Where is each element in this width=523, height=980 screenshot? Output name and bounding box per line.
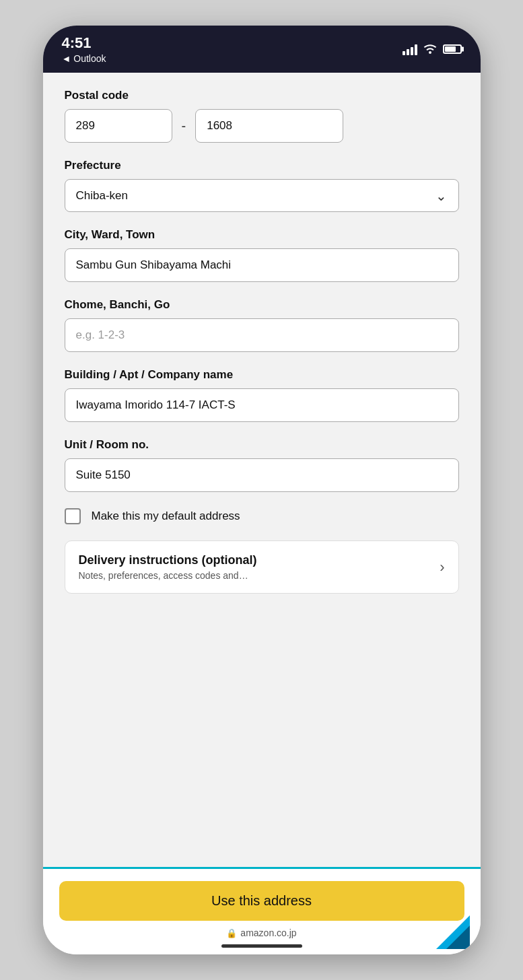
phone-frame: 4:51 ◄ Outlook Postal code — [43, 26, 481, 954]
postal-separator: - — [182, 118, 186, 134]
url-bar: 🔒 amazon.co.jp — [226, 928, 296, 938]
chevron-right-icon: › — [440, 559, 444, 576]
prefecture-group: Prefecture Chiba-ken Tokyo-to Kanagawa-k… — [65, 159, 459, 212]
building-input[interactable] — [65, 388, 459, 422]
lock-icon: 🔒 — [226, 928, 237, 938]
wifi-icon — [423, 42, 438, 57]
building-group: Building / Apt / Company name — [65, 368, 459, 422]
delivery-card-subtitle: Notes, preferences, access codes and… — [79, 570, 432, 581]
chome-label: Chome, Banchi, Go — [65, 298, 459, 312]
prefecture-select[interactable]: Chiba-ken Tokyo-to Kanagawa-ken Saitama-… — [65, 179, 459, 212]
unit-input[interactable] — [65, 458, 459, 492]
url-text: amazon.co.jp — [240, 928, 296, 938]
signal-bar-1 — [403, 51, 405, 55]
postal-row: - — [65, 109, 459, 143]
home-indicator — [221, 944, 302, 948]
bottom-bar: Use this address 🔒 amazon.co.jp — [43, 867, 481, 954]
status-bar: 4:51 ◄ Outlook — [43, 26, 481, 73]
chome-input[interactable] — [65, 318, 459, 352]
postal-code-input-1[interactable] — [65, 109, 172, 143]
delivery-instructions-card[interactable]: Delivery instructions (optional) Notes, … — [65, 540, 459, 594]
default-address-label: Make this my default address — [92, 510, 240, 523]
postal-code-input-2[interactable] — [195, 109, 343, 143]
prefecture-label: Prefecture — [65, 159, 459, 172]
delivery-card-text: Delivery instructions (optional) Notes, … — [79, 553, 432, 581]
battery-fill — [445, 46, 456, 52]
postal-code-label: Postal code — [65, 89, 459, 102]
city-label: City, Ward, Town — [65, 228, 459, 242]
use-address-button[interactable]: Use this address — [59, 881, 464, 921]
status-left: 4:51 ◄ Outlook — [62, 34, 106, 64]
signal-icon — [403, 43, 417, 55]
back-navigation[interactable]: ◄ Outlook — [62, 53, 106, 64]
default-address-row: Make this my default address — [65, 508, 459, 524]
status-icons — [403, 42, 462, 57]
city-input[interactable] — [65, 248, 459, 282]
signal-bar-2 — [407, 49, 409, 55]
delivery-card-title: Delivery instructions (optional) — [79, 553, 432, 567]
form-content: Postal code - Prefecture Chiba-ken Tokyo… — [43, 73, 481, 867]
status-time: 4:51 — [62, 34, 106, 52]
unit-label: Unit / Room no. — [65, 438, 459, 452]
postal-code-group: Postal code - — [65, 89, 459, 143]
default-address-checkbox[interactable] — [65, 508, 81, 524]
signal-bar-4 — [415, 44, 417, 55]
city-group: City, Ward, Town — [65, 228, 459, 282]
battery-icon — [443, 44, 462, 54]
signal-bar-3 — [411, 47, 413, 55]
prefecture-select-wrapper: Chiba-ken Tokyo-to Kanagawa-ken Saitama-… — [65, 179, 459, 212]
chome-group: Chome, Banchi, Go — [65, 298, 459, 352]
unit-group: Unit / Room no. — [65, 438, 459, 492]
logo-corner — [429, 915, 470, 949]
building-label: Building / Apt / Company name — [65, 368, 459, 382]
